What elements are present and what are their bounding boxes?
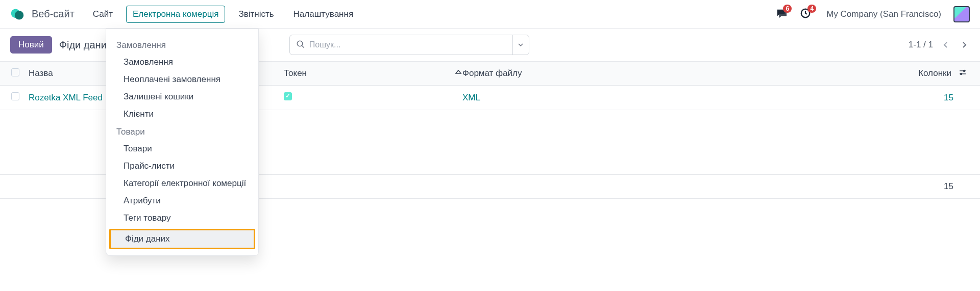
- row-columns: 15: [944, 93, 969, 103]
- col-header-columns[interactable]: Колонки: [918, 68, 957, 78]
- sliders-icon: [959, 68, 967, 79]
- footer-total: 15: [944, 181, 969, 192]
- ecommerce-dropdown: Замовлення Замовлення Неоплачені замовле…: [106, 29, 259, 199]
- messages-badge: 6: [783, 5, 792, 13]
- svg-point-1: [15, 11, 24, 20]
- company-name[interactable]: My Company (San Francisco): [826, 9, 941, 19]
- nav-item-ecommerce[interactable]: Електронна комерція: [126, 6, 225, 23]
- top-navbar: Веб-сайт Сайт Електронна комерція Звітні…: [0, 0, 980, 29]
- svg-point-3: [297, 41, 303, 46]
- row-select-cell[interactable]: [11, 92, 29, 103]
- pager-prev[interactable]: [940, 39, 951, 50]
- checkbox-checked-icon: [284, 92, 292, 100]
- dd-section-orders: Замовлення: [106, 36, 258, 54]
- messages-button[interactable]: 6: [772, 6, 790, 23]
- app-logo-icon: [10, 7, 24, 21]
- row-format: XML: [462, 93, 718, 103]
- svg-point-8: [961, 73, 962, 74]
- app-title: Веб-сайт: [32, 8, 75, 20]
- dd-item-orders[interactable]: Замовлення: [106, 54, 258, 71]
- dd-item-unpaid-orders[interactable]: Неоплачені замовлення: [106, 71, 258, 88]
- pager-text: 1-1 / 1: [909, 40, 933, 50]
- pager-next[interactable]: [959, 39, 970, 50]
- column-settings-button[interactable]: [957, 68, 969, 79]
- dd-item-products[interactable]: Товари: [106, 140, 258, 157]
- col-header-token[interactable]: Токен: [284, 68, 462, 79]
- search-input[interactable]: [309, 40, 506, 49]
- svg-line-4: [302, 45, 304, 48]
- nav-item-reporting[interactable]: Звітність: [232, 6, 280, 22]
- activities-button[interactable]: 4: [797, 6, 814, 23]
- svg-point-6: [964, 70, 965, 71]
- nav-item-settings[interactable]: Налаштування: [287, 6, 360, 22]
- dd-item-customers[interactable]: Клієнти: [106, 105, 258, 123]
- checkbox-icon: [11, 68, 19, 76]
- caret-down-icon: [518, 41, 524, 49]
- dd-item-categories[interactable]: Категорії електронної комерції: [106, 175, 258, 192]
- breadcrumb: Фіди даних: [59, 39, 112, 51]
- sort-asc-icon: [454, 68, 462, 79]
- col-header-format[interactable]: Формат файлу: [462, 68, 718, 78]
- activities-badge: 4: [807, 5, 816, 13]
- dd-section-products: Товари: [106, 123, 258, 140]
- nav-item-site[interactable]: Сайт: [87, 6, 119, 22]
- dd-item-attributes[interactable]: Атрибути: [106, 192, 258, 199]
- pager: 1-1 / 1: [909, 39, 970, 50]
- search-icon: [296, 40, 305, 50]
- select-all-cell[interactable]: [11, 68, 29, 79]
- dd-item-pricelists[interactable]: Прайс-листи: [106, 157, 258, 175]
- new-button[interactable]: Новий: [10, 36, 52, 54]
- checkbox-icon: [11, 92, 19, 100]
- row-token: [284, 92, 462, 103]
- search-box: [289, 35, 529, 55]
- col-header-token-label: Токен: [284, 68, 307, 78]
- user-avatar[interactable]: [953, 6, 970, 22]
- search-dropdown-toggle[interactable]: [512, 35, 529, 55]
- dd-item-abandoned-carts[interactable]: Залишені кошики: [106, 88, 258, 105]
